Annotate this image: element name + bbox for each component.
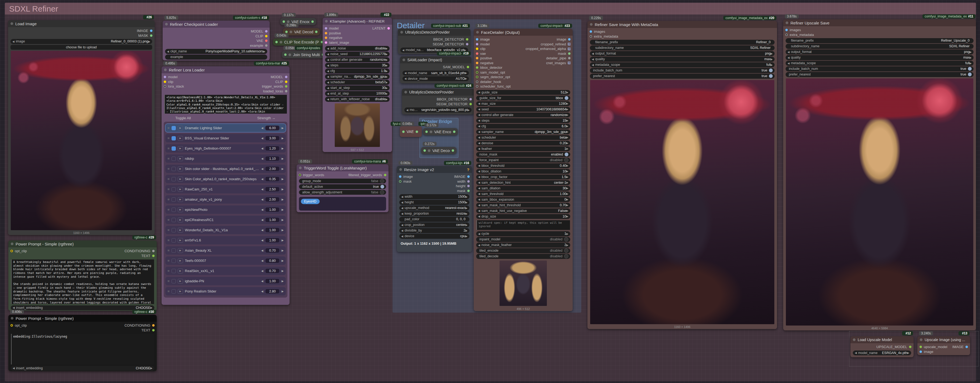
increase-strength-icon[interactable]: ▶ <box>282 269 284 272</box>
widget-combo[interactable]: ◀example▶ <box>165 54 267 60</box>
slot-dot[interactable] <box>164 81 166 83</box>
slot-dot[interactable] <box>785 33 788 36</box>
lora-row[interactable]: ≡ ▶ rdtdrp ◀ 1.10 ▶ <box>165 154 286 163</box>
node-ultralytics-detector-24[interactable]: comfyui-impact-sub#24 UltralyticsDetecto… <box>402 89 474 114</box>
slot-dot[interactable] <box>425 131 428 133</box>
expand-icon[interactable]: ▶ <box>178 197 183 202</box>
collapse-dot-icon[interactable] <box>590 23 593 26</box>
slot-dot[interactable] <box>150 30 153 32</box>
slot-dot[interactable] <box>476 81 478 83</box>
slot-dot[interactable] <box>476 52 478 55</box>
lora-enabled-checkbox[interactable] <box>172 167 176 171</box>
increase-strength-icon[interactable]: ▶ <box>282 127 284 130</box>
slot-dot[interactable] <box>590 35 592 38</box>
next-arrow-icon[interactable]: ▶ <box>385 58 388 61</box>
prompt-textarea[interactable]: A breathtakingly beautiful and powerful … <box>11 260 154 304</box>
decrease-strength-icon[interactable]: ◀ <box>261 259 264 262</box>
node-title[interactable]: Resize Image v2? <box>397 166 472 173</box>
increase-strength-icon[interactable]: ▶ <box>282 239 284 242</box>
widget-toggle[interactable]: ◀allow_strength_adjustmentfalse▶ <box>299 190 386 195</box>
widget-combo[interactable]: ◀devicecpu▶ <box>399 234 469 239</box>
node-triggerword-toggle[interactable]: 0.051s comfyui-lora-mana#6 TriggerWord T… <box>297 165 388 212</box>
widget-combo[interactable]: ◀schedulerbeta57▶ <box>325 80 390 85</box>
lora-enabled-checkbox[interactable] <box>172 207 176 212</box>
collapse-dot-icon[interactable] <box>290 31 292 33</box>
increase-strength-icon[interactable]: ▶ <box>282 249 284 252</box>
collapse-dot-icon[interactable] <box>11 242 13 245</box>
slot-dot[interactable] <box>966 346 968 348</box>
widget-combo[interactable]: ◀sam_threshold1.00▶ <box>476 192 570 196</box>
lora-strength-value[interactable]: 2.00 <box>265 197 280 202</box>
slot-dot[interactable] <box>469 103 472 105</box>
slot-dot[interactable] <box>265 40 267 42</box>
lora-enabled-checkbox[interactable] <box>172 136 176 141</box>
slot-dot[interactable] <box>476 85 478 87</box>
expand-icon[interactable]: ▶ <box>178 207 183 212</box>
drag-handle-icon[interactable]: ≡ <box>167 187 170 191</box>
lora-enabled-checkbox[interactable] <box>172 238 176 242</box>
widget-combo[interactable]: ◀add_noisedisable▶ <box>325 46 390 51</box>
increase-strength-icon[interactable]: ▶ <box>282 188 284 191</box>
collapse-dot-icon[interactable] <box>11 317 13 320</box>
widget-combo[interactable]: ◀divisible_by2▶ <box>399 228 469 233</box>
collapse-dot-icon[interactable] <box>280 41 282 44</box>
widget-combo[interactable]: ◀sam_dilation30▶ <box>476 186 570 191</box>
decrease-strength-icon[interactable]: ◀ <box>261 239 264 242</box>
expand-icon[interactable]: ▶ <box>178 238 183 243</box>
widget-combo[interactable]: ◀max_size1280▶ <box>476 101 570 106</box>
next-arrow-icon[interactable]: ▶ <box>385 92 388 95</box>
slot-dot[interactable] <box>152 329 154 331</box>
widget-combo[interactable]: ◀guide_size512▶ <box>476 90 570 95</box>
node-title[interactable]: Refiner Checkpoint Loader <box>163 21 270 28</box>
drag-handle-icon[interactable]: ≡ <box>167 238 170 242</box>
decrease-strength-icon[interactable]: ◀ <box>261 208 264 211</box>
drag-handle-icon[interactable]: ≡ <box>167 259 170 263</box>
node-clip-text-encode-collapsed[interactable]: 0.043s CLIP Text Encode (Pr <box>273 38 326 46</box>
next-arrow-icon[interactable]: ▶ <box>385 53 388 55</box>
prev-arrow-icon[interactable]: ◀ <box>327 58 329 61</box>
collapse-dot-icon[interactable] <box>288 54 291 56</box>
lora-enabled-checkbox[interactable] <box>172 157 176 161</box>
widget-combo[interactable]: ◀cfg6.0▶ <box>476 124 570 129</box>
decrease-strength-icon[interactable]: ◀ <box>261 198 264 201</box>
lora-strength-value[interactable]: 0.35 <box>265 176 280 182</box>
drag-handle-icon[interactable]: ≡ <box>167 279 170 283</box>
next-arrow-icon[interactable]: ▶ <box>148 40 150 43</box>
drag-handle-icon[interactable]: ≡ <box>167 228 170 232</box>
widget-combo[interactable]: ◀prefer_nearesttrue▶ <box>786 72 974 77</box>
decrease-strength-icon[interactable]: ◀ <box>261 188 264 191</box>
prev-arrow-icon[interactable]: ◀ <box>327 81 329 84</box>
lora-enabled-checkbox[interactable] <box>172 146 176 151</box>
widget-combo[interactable]: ◀prefer_nearesttrue▶ <box>590 74 775 79</box>
node-title[interactable]: UltralyticsDetectorProvider <box>402 89 474 96</box>
widget-combo[interactable]: ◀denoise0.20▶ <box>476 141 570 146</box>
increase-strength-icon[interactable]: ▶ <box>282 167 284 170</box>
node-title[interactable]: KSampler (Advanced) - REFINER <box>323 18 392 25</box>
trigger-word-tag[interactable]: EyesHD <box>301 199 320 204</box>
widget-combo[interactable]: ◀noise_mask_feather2▶ <box>476 242 570 248</box>
drag-handle-icon[interactable]: ≡ <box>167 207 170 212</box>
widget-combo[interactable]: ◀schedulerbeta▶ <box>476 135 570 140</box>
decrease-strength-icon[interactable]: ◀ <box>261 249 264 252</box>
expand-icon[interactable]: ▶ <box>178 146 183 151</box>
toggle-knob[interactable] <box>565 153 568 156</box>
widget-combo[interactable]: ◀sam_bbox_expansion0▶ <box>476 197 570 202</box>
widget-combo[interactable]: ◀seed1040730616898654▶ <box>476 107 570 112</box>
drag-handle-icon[interactable]: ≡ <box>167 167 170 171</box>
slot-dot[interactable] <box>416 131 418 133</box>
lora-enabled-checkbox[interactable] <box>172 218 176 222</box>
insert-embedding-combo[interactable]: ◀insert_embeddingCHOOSE▶ <box>11 305 154 310</box>
widget-combo[interactable]: ◀imageRefiner_0_00003 (1).png▶ <box>11 39 152 44</box>
widget-combo[interactable]: ◀include_batch_numtrue▶ <box>786 66 974 71</box>
increase-strength-icon[interactable]: ▶ <box>282 208 284 211</box>
widget-combo[interactable]: ◀sam_mask_hint_use_negativeFalse▶ <box>476 209 570 214</box>
slot-dot[interactable] <box>315 31 318 33</box>
collapse-dot-icon[interactable] <box>325 20 328 22</box>
widget-combo[interactable]: ◀output_formatpng▶ <box>590 51 775 56</box>
lora-strength-value[interactable]: 0.70 <box>265 248 280 253</box>
widget-combo[interactable]: ◀tiled_encodedisabled▶ <box>476 248 570 253</box>
lora-row[interactable]: ≡ ▶ Skin color slider - Illustrious_alph… <box>165 165 286 173</box>
slot-dot[interactable] <box>568 43 571 45</box>
widget-combo[interactable]: ◀device_modeAUTO▶ <box>402 76 469 81</box>
node-facedetailer[interactable]: 3.136s comfyui-impact-#23 FaceDetailer (… <box>474 29 573 311</box>
